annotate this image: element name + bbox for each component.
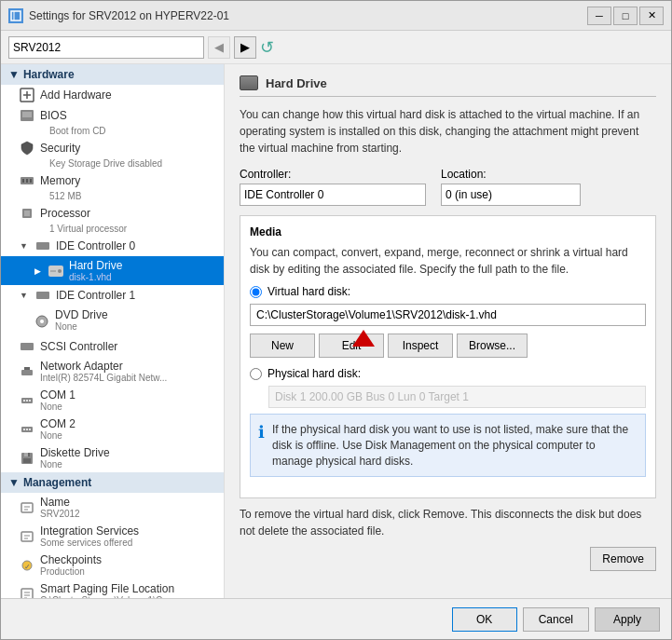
dvd-icon [34,314,49,329]
ide1-label: IDE Controller 1 [56,289,135,302]
integration-icon [20,529,34,544]
bios-label: BIOS [40,109,67,122]
hardware-label: Hardware [23,68,75,81]
memory-label: Memory [40,174,80,187]
physical-hd-row: Physical hard disk: [250,367,646,380]
network-adapter-icon [20,364,34,379]
security-sublabel: Key Storage Drive disabled [1,158,224,170]
sidebar-item-integration[interactable]: Integration Services Some services offer… [1,522,224,551]
svg-rect-20 [21,343,34,350]
physical-hd-label: Physical hard disk: [267,367,361,380]
sidebar-item-checkpoints[interactable]: ✓ Checkpoints Production [1,551,224,579]
svg-rect-37 [23,458,31,463]
smart-paging-label: Smart Paging File Location [40,582,175,595]
close-button[interactable]: ✕ [639,7,664,25]
up-arrow-icon [352,330,375,347]
bios-icon [20,108,34,123]
sidebar-item-name[interactable]: Name SRV2012 [1,493,224,522]
maximize-button[interactable]: □ [613,7,638,25]
hard-drive-name-group: Hard Drive disk-1.vhd [69,259,122,282]
processor-label: Processor [40,207,90,220]
cancel-button[interactable]: Cancel [523,607,589,632]
scsi-icon [20,339,34,354]
security-label: Security [40,142,80,155]
svg-rect-6 [22,112,32,117]
svg-rect-21 [21,370,33,375]
integration-label: Integration Services [40,524,139,538]
main-area: ▼ Hardware Add Hardware BIOS Boot from C… [1,64,671,598]
sidebar-item-com1[interactable]: COM 1 None [1,386,224,415]
checkpoints-name-group: Checkpoints Production [40,553,102,577]
refresh-button[interactable]: ↺ [260,37,274,58]
dvd-label: DVD Drive [55,308,108,321]
ok-button[interactable]: OK [452,607,517,632]
security-icon [20,141,34,156]
sidebar-item-add-hardware[interactable]: Add Hardware [1,85,224,105]
com2-sublabel: None [40,430,75,441]
network-adapter-sublabel: Intel(R) 82574L Gigabit Netw... [40,373,167,383]
network-adapter-label: Network Adapter [40,360,167,373]
minimize-button[interactable]: ─ [587,7,611,25]
hard-drive-icon [48,264,63,279]
sidebar-item-security[interactable]: Security [1,138,224,158]
info-text: If the physical hard disk you want to us… [272,422,638,469]
sidebar-item-bios[interactable]: BIOS [1,105,224,126]
sidebar-item-smart-paging[interactable]: Smart Paging File Location C:\ClusterSto… [1,579,224,598]
remove-button[interactable]: Remove [590,547,656,571]
processor-sublabel: 1 Virtual processor [1,224,224,236]
sidebar-item-network-adapter[interactable]: Network Adapter Intel(R) 82574L Gigabit … [1,357,224,386]
sidebar-item-com2[interactable]: COM 2 None [1,415,224,443]
inspect-button[interactable]: Inspect [388,334,453,358]
new-button[interactable]: New [250,334,315,358]
window-title: Settings for SRV2012 on HYPERV22-01 [29,9,229,22]
add-hardware-icon [20,88,34,102]
hard-drive-label: Hard Drive [69,259,122,272]
svg-rect-41 [21,532,33,541]
diskette-name-group: Diskette Drive None [40,446,110,470]
scsi-label: SCSI Controller [40,340,117,353]
controller-select[interactable]: IDE Controller 0 [240,184,426,206]
settings-icon [8,8,23,23]
com1-name-group: COM 1 None [40,388,75,412]
remove-description: To remove the virtual hard disk, click R… [240,506,656,539]
title-bar: Settings for SRV2012 on HYPERV22-01 ─ □ … [1,1,671,31]
management-section-header[interactable]: ▼ Management [1,472,224,493]
hard-drive-section-icon [240,75,258,90]
virtual-hd-radio[interactable] [250,286,262,298]
sidebar-item-ide-1[interactable]: ▼ IDE Controller 1 [1,285,224,306]
svg-rect-13 [36,242,49,250]
sidebar-item-diskette[interactable]: Diskette Drive None [1,443,224,472]
svg-rect-46 [21,589,33,599]
info-box: ℹ If the physical hard disk you want to … [250,414,646,477]
sidebar-item-ide-0[interactable]: ▼ IDE Controller 0 [1,236,224,256]
vm-name-label: Name [40,496,80,509]
physical-hd-radio[interactable] [250,368,262,380]
vm-name-sublabel: SRV2012 [40,509,80,519]
sidebar-item-hard-drive[interactable]: ▶ Hard Drive disk-1.vhd [1,256,224,285]
controller-label: Controller: [240,168,426,181]
physical-disk-select[interactable]: Disk 1 200.00 GB Bus 0 Lun 0 Target 1 [268,386,646,408]
physical-disk-row: Disk 1 200.00 GB Bus 0 Lun 0 Target 1 [250,386,646,408]
management-collapse-icon: ▼ [8,476,20,489]
sidebar-item-processor[interactable]: Processor [1,203,224,224]
forward-button[interactable]: ▶ [234,36,256,59]
hardware-collapse-icon: ▼ [8,68,20,81]
ide0-label: IDE Controller 0 [56,239,135,252]
memory-sublabel: 512 MB [1,191,224,203]
apply-button[interactable]: Apply [595,607,660,632]
back-button[interactable]: ◀ [208,36,230,59]
svg-point-19 [40,320,44,323]
vhd-path-input[interactable] [250,304,646,326]
browse-button[interactable]: Browse... [457,334,528,358]
vm-selector[interactable]: SRV2012 [8,36,204,59]
processor-icon [20,206,34,221]
sidebar-item-scsi[interactable]: SCSI Controller [1,336,224,357]
com1-label: COM 1 [40,388,75,402]
location-select[interactable]: 0 (in use) [441,184,581,206]
location-group: Location: 0 (in use) [441,168,581,206]
svg-rect-36 [28,453,30,456]
hardware-section-header[interactable]: ▼ Hardware [1,64,224,85]
sidebar-item-dvd[interactable]: DVD Drive None [1,306,224,336]
virtual-hd-label: Virtual hard disk: [267,285,350,298]
sidebar-item-memory[interactable]: Memory [1,170,224,191]
